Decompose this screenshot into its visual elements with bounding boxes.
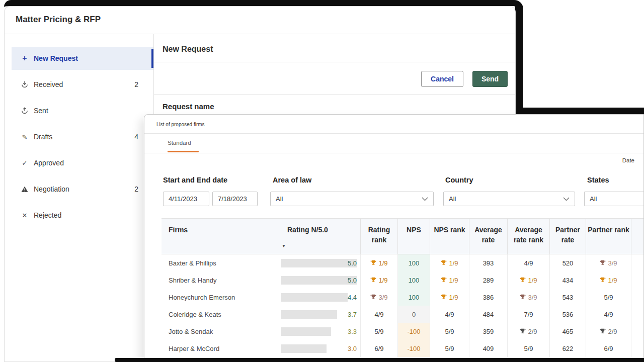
- average-rate-rank-cell: 7/9: [508, 306, 550, 323]
- rank-label: 5/9: [374, 328, 383, 335]
- rank-label: 4/9: [445, 311, 454, 318]
- table-row[interactable]: Shriber & Handy5.01/91001/92891/94341/9: [162, 272, 644, 289]
- nps-cell: 0: [398, 306, 430, 323]
- chevron-down-icon: [422, 195, 428, 203]
- warning-triangle-icon: [21, 186, 29, 193]
- rank-label: 3/9: [378, 294, 387, 301]
- partner-rank-cell: 2/9: [586, 323, 631, 340]
- trophy-icon: [441, 294, 447, 300]
- partner-rate-cell: 622: [550, 340, 586, 357]
- inbox-download-icon: [21, 81, 29, 88]
- start-date-input[interactable]: 4/11/2023: [163, 192, 209, 206]
- column-header-nps-rank[interactable]: NPS rank: [430, 219, 469, 254]
- trophy-icon: [520, 277, 526, 283]
- sidebar-item-label: Drafts: [34, 133, 52, 141]
- column-header-rating-rank[interactable]: Rating rank: [361, 219, 398, 254]
- column-header-label: Rating N/5.0: [287, 226, 328, 234]
- firms-table-body: Baxter & Phillips5.01/91001/93934/95203/…: [162, 254, 644, 357]
- sidebar-item-new-request[interactable]: + New Request: [12, 47, 153, 70]
- rating-cell: 4.4: [280, 289, 361, 306]
- rating-cell: 5.0: [280, 254, 361, 272]
- average-rate-rank-cell: 4/9: [508, 254, 550, 272]
- nps-cell: 100: [398, 254, 430, 272]
- column-header-clipped: [631, 219, 644, 254]
- rating-bar: [281, 293, 348, 302]
- rating-rank-cell: 4/9: [361, 306, 398, 323]
- sidebar-item-negotiation[interactable]: Negotiation 2: [12, 177, 153, 201]
- area-of-law-select[interactable]: All: [270, 192, 434, 206]
- rating-value: 5.0: [348, 259, 357, 267]
- date-label: Date: [622, 157, 634, 163]
- rank-label: 2/9: [608, 328, 617, 335]
- overlay-title: List of proposed firms: [156, 122, 205, 127]
- rating-cell: 3.3: [280, 323, 361, 340]
- column-header-partner-rate[interactable]: Partner rate: [550, 219, 586, 254]
- screenshot-canvas: Matter Pricing & RFP + New Request Recei…: [0, 0, 644, 362]
- x-icon: ✕: [21, 212, 29, 219]
- nps-cell: 100: [398, 289, 430, 306]
- firm-name-cell: Coleridge & Keats: [162, 306, 280, 323]
- average-rate-cell: 289: [469, 272, 508, 289]
- outbox-upload-icon: [21, 107, 29, 114]
- sidebar-item-sent[interactable]: Sent: [12, 99, 153, 122]
- column-header-nps[interactable]: NPS: [398, 219, 430, 254]
- table-row[interactable]: Honeychurch Emerson4.43/91001/93863/9543…: [162, 289, 644, 306]
- sidebar-item-rejected[interactable]: ✕ Rejected: [12, 204, 153, 227]
- rating-rank-cell: 5/9: [361, 323, 398, 340]
- tab-standard[interactable]: Standard: [168, 140, 191, 146]
- rating-value: 3.7: [348, 311, 357, 318]
- overlay-divider: [144, 153, 643, 153]
- average-rate-cell: 386: [469, 289, 508, 306]
- nps-rank-cell: 1/9: [430, 289, 469, 306]
- rank-label: 5/9: [524, 345, 533, 352]
- partner-rate-cell: 536: [550, 306, 586, 323]
- average-rate-cell: 393: [469, 254, 508, 272]
- partner-rate-cell: 543: [550, 289, 586, 306]
- column-header-average-rate[interactable]: Average rate: [469, 219, 508, 254]
- states-label: States: [587, 176, 609, 184]
- sidebar-item-received[interactable]: Received 2: [12, 73, 153, 96]
- sidebar-item-label: New Request: [34, 54, 78, 62]
- states-select[interactable]: All: [584, 192, 644, 206]
- trophy-icon: [441, 260, 447, 266]
- trophy-icon: [600, 260, 606, 266]
- table-row[interactable]: Jotto & Sendak3.35/9-1005/93592/94652/9: [162, 323, 644, 340]
- sidebar-item-drafts[interactable]: ✎ Drafts 4: [12, 125, 153, 148]
- firms-table: Firms Rating N/5.0 ▼ Rating rank NPS NPS…: [162, 218, 644, 357]
- rating-rank-cell: 6/9: [361, 340, 398, 357]
- overlay-divider: [144, 133, 643, 134]
- column-header-average-rate-rank[interactable]: Average rate rank: [508, 219, 550, 254]
- check-icon: ✓: [21, 159, 29, 167]
- rank-label: 1/9: [449, 294, 458, 301]
- nps-cell: -100: [398, 340, 430, 357]
- firm-name-cell: Harper & McCord: [162, 340, 280, 357]
- rating-value: 3.0: [348, 345, 357, 352]
- partner-rate-cell: 465: [550, 323, 586, 340]
- table-row[interactable]: Coleridge & Keats3.74/904/94847/95364/9: [162, 306, 644, 323]
- rating-cell: 3.7: [280, 306, 361, 323]
- end-date-input[interactable]: 7/18/2023: [212, 192, 258, 206]
- column-header-firms[interactable]: Firms: [162, 219, 280, 254]
- sidebar-item-label: Sent: [34, 107, 48, 115]
- rank-label: 4/9: [524, 259, 533, 267]
- partner-rank-cell: 3/9: [586, 254, 631, 272]
- rank-label: 3/9: [608, 259, 617, 267]
- average-rate-rank-cell: 1/9: [508, 272, 550, 289]
- rank-label: 6/9: [374, 345, 383, 352]
- table-row[interactable]: Baxter & Phillips5.01/91001/93934/95203/…: [162, 254, 644, 272]
- table-row[interactable]: Harper & McCord3.06/9-1005/94095/96226/9: [162, 340, 644, 357]
- header-divider: [5, 34, 515, 34]
- send-button[interactable]: Send: [472, 71, 508, 87]
- cancel-button[interactable]: Cancel: [421, 71, 463, 87]
- column-header-partner-rank[interactable]: Partner rank: [586, 219, 631, 254]
- average-rate-cell: 359: [469, 323, 508, 340]
- sidebar-item-label: Negotiation: [34, 185, 69, 193]
- sidebar-item-label: Approved: [34, 159, 64, 167]
- column-header-rating[interactable]: Rating N/5.0 ▼: [280, 219, 361, 254]
- country-select[interactable]: All: [443, 192, 575, 206]
- content-divider: [154, 94, 515, 95]
- sidebar-item-approved[interactable]: ✓ Approved: [12, 151, 153, 174]
- firm-name-cell: Jotto & Sendak: [162, 323, 280, 340]
- request-name-label: Request name: [163, 102, 214, 111]
- clipped-column-cell: [631, 254, 644, 272]
